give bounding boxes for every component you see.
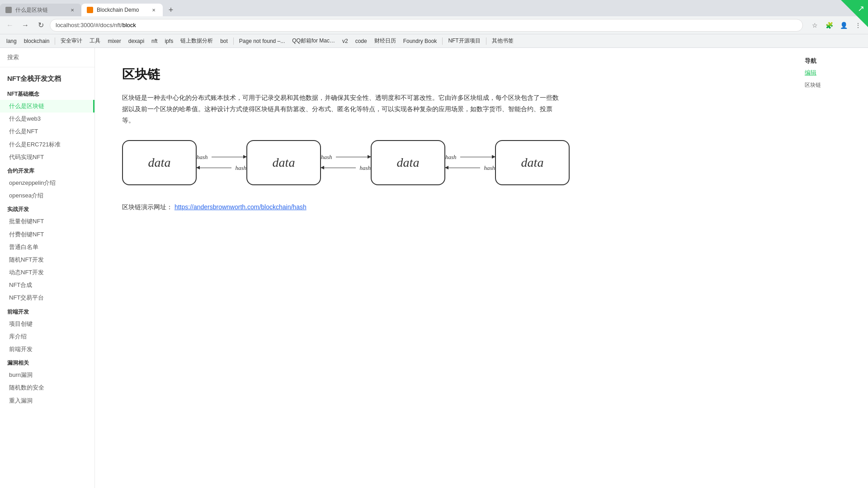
sidebar-item-frontend-dev[interactable]: 前端开发 <box>0 343 94 356</box>
demo-link-prefix: 区块链演示网址： <box>122 203 173 211</box>
bookmark-other[interactable]: 其他书签 <box>489 36 516 46</box>
tab-2[interactable]: Blockchain Demo ✕ <box>81 4 163 16</box>
tab-close-2[interactable]: ✕ <box>150 6 157 14</box>
sidebar-item-batch-mint[interactable]: 批量创键NFT <box>0 215 94 228</box>
sidebar-search[interactable]: 搜索 <box>0 48 94 67</box>
sidebar-section-practice: 实战开发 <box>0 202 94 215</box>
bookmark-code[interactable]: code <box>353 37 370 45</box>
block-1-label: data <box>148 155 171 170</box>
tab-label-2: Blockchain Demo <box>97 7 146 13</box>
sidebar-item-blockchain[interactable]: 什么是区块链 <box>0 100 94 113</box>
profile-button[interactable]: 👤 <box>837 19 850 32</box>
tab-favicon-1 <box>5 7 12 13</box>
back-button[interactable]: ← <box>4 19 16 32</box>
sidebar-item-library[interactable]: 库介绍 <box>0 330 94 343</box>
right-nav-item-blockchain: 区块链 <box>805 80 859 90</box>
hash-label-2-top: hash <box>321 154 332 161</box>
bookmark-foundry[interactable]: Foundry Book <box>401 37 440 45</box>
bookmark-nft[interactable]: nft <box>149 37 160 45</box>
sidebar: 搜索 NFT全栈开发文档 NFT基础概念 什么是区块链 什么是web3 什么是N… <box>0 48 95 488</box>
block-4-label: data <box>521 155 544 170</box>
bookmark-qq[interactable]: QQ邮箱for Mac… <box>289 36 338 46</box>
url-highlight: block <box>122 22 136 28</box>
arrow-line-1-bottom <box>197 168 231 169</box>
arrow-row-bottom-2: hash <box>321 164 371 172</box>
tab-bar: 什么是区块链 ✕ Blockchain Demo ✕ + <box>0 0 868 16</box>
bookmark-ipfs[interactable]: ipfs <box>162 37 176 45</box>
block-2: data <box>246 140 321 185</box>
hash-label-2-bottom: hash <box>359 164 371 172</box>
block-4: data <box>495 140 570 185</box>
sidebar-item-nft[interactable]: 什么是NFT <box>0 125 94 138</box>
arrow-line-2-bottom <box>321 168 356 169</box>
page-title: 区块链 <box>122 66 769 83</box>
sidebar-item-erc721[interactable]: 什么是ERC721标准 <box>0 138 94 151</box>
sidebar-item-nft-synthesis[interactable]: NFT合成 <box>0 279 94 291</box>
refresh-button[interactable]: ↻ <box>34 19 47 32</box>
tab-label-1: 什么是区块链 <box>15 6 65 14</box>
sidebar-item-random-nft[interactable]: 随机NFT开发 <box>0 253 94 266</box>
block-3-label: data <box>397 155 420 170</box>
address-bar: ← → ↻ localhost:3000/#/docs/nft/block ☆ … <box>0 16 868 34</box>
url-box[interactable]: localhost:3000/#/docs/nft/block <box>50 19 803 32</box>
sidebar-logo: NFT全栈开发文档 <box>0 67 94 87</box>
corner-arrow-icon: ↗ <box>858 4 864 14</box>
sidebar-item-whitelist[interactable]: 普通白名单 <box>0 241 94 253</box>
sidebar-section-nft-basics: NFT基础概念 <box>0 87 94 100</box>
sidebar-item-random-security[interactable]: 随机数的安全 <box>0 381 94 394</box>
sidebar-item-reentrancy[interactable]: 重入漏洞 <box>0 394 94 407</box>
connector-1: hash hash <box>197 154 246 172</box>
new-tab-button[interactable]: + <box>165 4 177 16</box>
sidebar-item-opensea[interactable]: opensea介绍 <box>0 189 94 202</box>
main-content: 区块链 区块链是一种去中心化的分布式账本技术，可用于记录交易和其他数据，并确保其… <box>95 48 796 488</box>
bookmark-page-not-found[interactable]: Page not found –... <box>236 37 288 45</box>
sidebar-item-paid-mint[interactable]: 付费创键NFT <box>0 228 94 241</box>
page-description: 区块链是一种去中心化的分布式账本技术，可用于记录交易和其他数据，并确保其安全性、… <box>122 92 561 127</box>
bookmark-nft-opensource[interactable]: NFT开源项目 <box>445 36 483 46</box>
blockchain-diagram: data hash hash <box>122 140 769 185</box>
bookmark-lang[interactable]: lang <box>4 37 19 45</box>
tab-close-1[interactable]: ✕ <box>69 6 76 14</box>
bookmarks-bar: lang blockchain 安全审计 工具 mixer dexapi nft… <box>0 34 868 48</box>
bookmark-bot[interactable]: bot <box>217 37 231 45</box>
sidebar-section-contract-lib: 合约开发库 <box>0 164 94 177</box>
block-2-label: data <box>273 155 295 170</box>
hash-label-1-bottom: hash <box>235 164 246 172</box>
hash-label-3-top: hash <box>445 154 457 161</box>
tab-1[interactable]: 什么是区块链 ✕ <box>0 4 81 16</box>
demo-link-anchor[interactable]: https://andersbrownworth.com/blockchain/… <box>175 203 307 211</box>
extension-button[interactable]: 🧩 <box>823 19 835 32</box>
bookmark-tools[interactable]: 工具 <box>87 36 103 46</box>
tab-favicon-2 <box>87 7 93 13</box>
bookmark-finance[interactable]: 财经日历 <box>372 36 399 46</box>
bookmark-v2[interactable]: v2 <box>340 37 351 45</box>
sidebar-item-code-nft[interactable]: 代码实现NFT <box>0 151 94 164</box>
sidebar-section-frontend: 前端开发 <box>0 305 94 318</box>
sidebar-item-web3[interactable]: 什么是web3 <box>0 113 94 125</box>
main-container: 搜索 NFT全栈开发文档 NFT基础概念 什么是区块链 什么是web3 什么是N… <box>0 48 868 488</box>
arrow-row-bottom-3: hash <box>445 164 495 172</box>
hash-label-1-top: hash <box>197 154 208 161</box>
arrow-row-top-3: hash <box>445 154 495 161</box>
sidebar-item-nft-exchange[interactable]: NFT交易平台 <box>0 291 94 304</box>
arrow-row-top-1: hash <box>197 154 246 161</box>
forward-button[interactable]: → <box>19 19 32 32</box>
bookmark-star-button[interactable]: ☆ <box>808 19 821 32</box>
bookmark-dexapi[interactable]: dexapi <box>126 37 147 45</box>
content-area: 区块链 区块链是一种去中心化的分布式账本技术，可用于记录交易和其他数据，并确保其… <box>95 48 868 488</box>
sidebar-item-openzeppelin[interactable]: openzeppelin介绍 <box>0 177 94 189</box>
bookmark-mixer[interactable]: mixer <box>105 37 123 45</box>
block-1: data <box>122 140 197 185</box>
sidebar-item-project-create[interactable]: 项目创键 <box>0 318 94 330</box>
bookmark-blockchain[interactable]: blockchain <box>21 37 52 45</box>
connector-3: hash hash <box>445 154 495 172</box>
arrow-line-3-top <box>460 157 495 158</box>
arrow-row-bottom-1: hash <box>197 164 246 172</box>
sidebar-item-dynamic-nft[interactable]: 动态NFT开发 <box>0 266 94 279</box>
browser-actions: ☆ 🧩 👤 ⋮ <box>808 19 864 32</box>
bookmark-security[interactable]: 安全审计 <box>58 36 85 46</box>
bookmark-chain-analysis[interactable]: 链上数据分析 <box>178 36 216 46</box>
right-nav-edit[interactable]: 编辑 <box>805 69 859 77</box>
sidebar-item-burn[interactable]: burn漏洞 <box>0 369 94 381</box>
bookmark-sep-3 <box>442 38 443 45</box>
